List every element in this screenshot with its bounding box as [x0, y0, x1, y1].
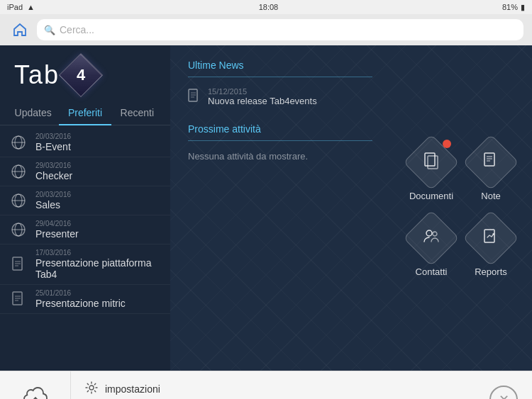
- news-date: 15/12/2015: [208, 87, 317, 96]
- documenti-label: Documenti: [409, 191, 453, 201]
- item-name: B-Event: [35, 141, 162, 152]
- status-time: 18:08: [259, 3, 279, 11]
- bottom-bar: impostazioni logout ✕: [0, 371, 532, 399]
- reports-icon: [468, 215, 514, 261]
- contatti-icon: [409, 215, 454, 261]
- list-item[interactable]: 17/03/2016 Presentazione piattaforma Tab…: [0, 245, 170, 285]
- list-items: 20/03/2016 B-Event 29/03/2016 Checker: [0, 125, 170, 371]
- battery-label: 81%: [502, 3, 518, 11]
- globe-icon: [9, 162, 28, 181]
- tab-recenti[interactable]: Recenti: [111, 101, 163, 125]
- logo-area: Tab 4: [0, 45, 170, 101]
- search-bar: 🔍 Cerca...: [0, 14, 532, 45]
- search-icon: 🔍: [44, 25, 55, 35]
- status-bar: iPad ▲ 18:08 81% ▮: [0, 0, 532, 14]
- news-text: Nuova release Tab4events: [208, 96, 317, 106]
- close-x-icon: ✕: [499, 392, 509, 400]
- item-date: 25/01/2016: [35, 289, 162, 297]
- reports-button[interactable]: Reports: [468, 215, 514, 277]
- news-doc-icon: [188, 89, 201, 106]
- activities-title: Prossime attività: [188, 123, 372, 135]
- svg-rect-25: [428, 156, 438, 169]
- middle-panel: Ultime News 15/12/2015 Nuova release Tab…: [170, 45, 390, 371]
- activities-section: Prossime attività Nessuna attività da mo…: [188, 123, 372, 162]
- note-button[interactable]: Note: [468, 140, 514, 201]
- svg-rect-32: [484, 230, 494, 242]
- close-panel-button[interactable]: ✕: [475, 371, 532, 399]
- news-title: Ultime News: [188, 60, 372, 71]
- search-placeholder: Cerca...: [60, 24, 94, 35]
- reports-label: Reports: [475, 266, 507, 277]
- item-date: 17/03/2016: [35, 249, 162, 257]
- home-button[interactable]: [9, 18, 31, 41]
- documenti-icon: [409, 140, 454, 185]
- news-content: 15/12/2015 Nuova release Tab4events: [208, 87, 317, 106]
- bottom-menu: impostazioni logout: [71, 381, 475, 400]
- news-item[interactable]: 15/12/2015 Nuova release Tab4events: [188, 87, 372, 106]
- globe-icon: [9, 220, 28, 240]
- impostazioni-label: impostazioni: [105, 383, 160, 395]
- battery-icon: ▮: [521, 3, 525, 12]
- logo-number: 4: [77, 66, 85, 84]
- item-name: Checker: [35, 170, 162, 181]
- item-date: 29/04/2016: [35, 220, 162, 227]
- item-name: Presenter: [35, 228, 162, 240]
- status-right: 81% ▮: [502, 3, 525, 12]
- search-input-wrap[interactable]: 🔍 Cerca...: [37, 19, 523, 40]
- tab-preferiti[interactable]: Preferiti: [59, 101, 111, 125]
- list-item[interactable]: 20/03/2016 B-Event: [0, 128, 170, 157]
- item-name: Presentazione piattaforma Tab4: [35, 257, 162, 280]
- contatti-label: Contatti: [416, 266, 448, 277]
- ipad-label: iPad: [7, 3, 23, 11]
- cloud-icon: [21, 386, 50, 399]
- item-date: 20/03/2016: [35, 191, 162, 198]
- document-icon: [9, 254, 28, 274]
- no-activity-message: Nessuna attività da mostrare.: [188, 151, 372, 162]
- document-icon: [9, 289, 28, 309]
- news-section: Ultime News 15/12/2015 Nuova release Tab…: [188, 60, 372, 106]
- settings-icon: [85, 381, 98, 397]
- documenti-button[interactable]: Documenti: [409, 140, 454, 201]
- wifi-icon: ▲: [27, 3, 35, 11]
- svg-rect-24: [425, 153, 435, 166]
- globe-icon: [9, 191, 28, 210]
- tabs: Updates Preferiti Recenti: [0, 101, 170, 125]
- list-item[interactable]: 29/04/2016 Presenter: [0, 215, 170, 245]
- status-left: iPad ▲: [7, 3, 35, 11]
- svg-rect-26: [484, 153, 494, 166]
- cloud-sync-button[interactable]: [0, 371, 71, 399]
- activities-divider: [188, 140, 372, 141]
- globe-icon: [9, 133, 28, 152]
- item-date: 29/03/2016: [35, 162, 162, 169]
- svg-point-31: [433, 232, 437, 236]
- news-divider: [188, 77, 372, 77]
- logo-text: Tab: [14, 60, 60, 90]
- item-name: Sales: [35, 199, 162, 210]
- notification-dot: [443, 140, 451, 148]
- left-panel: Tab 4 Updates Preferiti Recenti 20/03/20…: [0, 45, 170, 371]
- main-content: Tab 4 Updates Preferiti Recenti 20/03/20…: [0, 45, 532, 371]
- list-item[interactable]: 20/03/2016 Sales: [0, 186, 170, 215]
- list-item[interactable]: 25/01/2016 Presentazione mitric: [0, 285, 170, 314]
- svg-point-34: [89, 386, 94, 390]
- note-label: Note: [481, 191, 500, 201]
- icon-grid: Documenti Note: [409, 140, 514, 277]
- contatti-button[interactable]: Contatti: [409, 215, 454, 277]
- item-date: 20/03/2016: [35, 133, 162, 140]
- svg-point-30: [426, 230, 432, 236]
- right-panel: Documenti Note: [390, 45, 532, 371]
- note-icon: [468, 140, 514, 185]
- logo-diamond: 4: [59, 53, 103, 97]
- tab-updates[interactable]: Updates: [7, 101, 59, 125]
- item-name: Presentazione mitric: [35, 298, 162, 309]
- close-circle-icon: ✕: [489, 386, 518, 400]
- list-item[interactable]: 29/03/2016 Checker: [0, 157, 170, 186]
- impostazioni-button[interactable]: impostazioni: [85, 381, 461, 397]
